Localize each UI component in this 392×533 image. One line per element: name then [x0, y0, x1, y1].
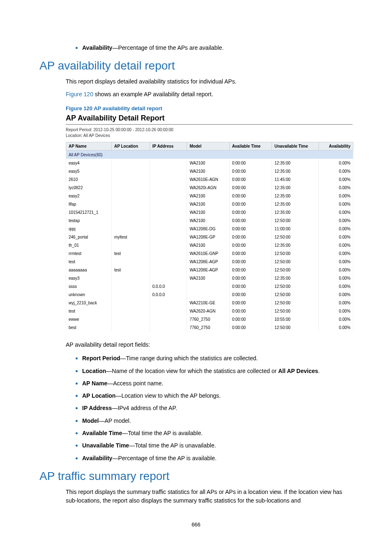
- cell-ip: [150, 225, 187, 233]
- cell-avail: 0:00:00: [229, 323, 272, 331]
- col-unavailable: Unavailable Time: [272, 142, 318, 151]
- cell-ip: 0.0.0.0: [150, 282, 187, 290]
- term: IP Address: [82, 405, 112, 411]
- list-item: Availability—Percentage of time the AP i…: [82, 453, 353, 462]
- cell-avail: 0:00:00: [229, 282, 272, 290]
- list-item: Report Period—Time range during which th…: [82, 353, 353, 362]
- page-number: 666: [39, 521, 353, 528]
- table-row: aaaaaaaatestWA1208E-AGP0:00:0012:50:000.…: [66, 266, 353, 274]
- cell-pct: 0.00%: [318, 266, 353, 274]
- cell-loc: [111, 257, 150, 266]
- cell-name: unknown: [66, 290, 112, 299]
- cell-pct: 0.00%: [318, 183, 353, 192]
- cell-pct: 0.00%: [318, 216, 353, 225]
- cell-loc: [111, 225, 150, 233]
- cell-pct: 0.00%: [318, 225, 353, 233]
- cell-pct: 0.00%: [318, 274, 353, 282]
- cell-model: WA2100: [187, 167, 229, 175]
- cell-unavail: 12:35:00: [272, 159, 318, 167]
- cell-unavail: 12:50:00: [272, 323, 318, 331]
- cell-loc: [111, 167, 150, 175]
- top-bullet-list: Availability—Percentage of time the APs …: [66, 43, 353, 52]
- table-row: qqqWA1208E-DG0:00:0011:00:000.00%: [66, 225, 353, 233]
- report-title: AP Availability Detail Report: [66, 114, 353, 125]
- cell-name: testap: [66, 216, 112, 225]
- figure-link[interactable]: Figure 120: [66, 91, 93, 97]
- cell-name: easy3: [66, 274, 112, 282]
- cell-loc: [111, 290, 150, 299]
- cell-name: 10154212721_1: [66, 208, 112, 216]
- cell-ip: [150, 208, 187, 216]
- cell-name: aaaaaaaa: [66, 266, 112, 274]
- cell-loc: test: [111, 266, 150, 274]
- cell-ip: [150, 192, 187, 200]
- cell-model: WA2620i-AGN: [187, 183, 229, 192]
- cell-loc: [111, 192, 150, 200]
- cell-pct: 0.00%: [318, 159, 353, 167]
- col-model: Model: [187, 142, 229, 151]
- body-content: Availability—Percentage of time the APs …: [66, 43, 353, 52]
- desc-bold: All AP Devices: [278, 368, 318, 374]
- table-row: ewwe7760_27500:00:0010:55:000.00%: [66, 315, 353, 323]
- desc: —Time range during which the statistics …: [120, 355, 258, 362]
- section2-body: This report displays the summary traffic…: [66, 488, 353, 505]
- table-row: easy4WA21000:00:0012:35:000.00%: [66, 159, 353, 167]
- section-heading-traffic: AP traffic summary report: [39, 470, 353, 483]
- desc: —IPv4 address of the AP.: [112, 405, 177, 411]
- cell-loc: [111, 208, 150, 216]
- desc: —AP model.: [99, 417, 131, 424]
- cell-avail: 0:00:00: [229, 315, 272, 323]
- cell-model: WA2620-AGN: [187, 307, 229, 315]
- col-ap-location: AP Location: [111, 142, 150, 151]
- table-row: easy3WA21000:00:0012:35:000.00%: [66, 274, 353, 282]
- cell-avail: 0:00:00: [229, 159, 272, 167]
- table-row: testWA1208E-AGP0:00:0012:50:000.00%: [66, 257, 353, 266]
- report-period: Report Period: 2012-10-25 00:00:00 - 201…: [66, 127, 353, 133]
- term: Available Time: [82, 430, 122, 436]
- list-item: AP Location—Location view to which the A…: [82, 391, 353, 400]
- list-item: Model—AP model.: [82, 416, 353, 425]
- cell-loc: [111, 200, 150, 208]
- cell-unavail: 10:55:00: [272, 315, 318, 323]
- cell-avail: 0:00:00: [229, 266, 272, 274]
- cell-pct: 0.00%: [318, 323, 353, 331]
- paragraph: Figure 120 shows an example AP availabil…: [66, 90, 353, 99]
- col-availability: Availability: [318, 142, 353, 151]
- table-row: llfapWA21000:00:0012:35:000.00%: [66, 200, 353, 208]
- term: AP Name: [82, 380, 107, 387]
- cell-ip: [150, 175, 187, 183]
- cell-model: WA2100: [187, 200, 229, 208]
- cell-model: 7760_2750: [187, 323, 229, 331]
- term: Unavailable Time: [82, 442, 129, 449]
- table-row: rrmtesttestWA2610E-GNP0:00:0012:50:000.0…: [66, 249, 353, 257]
- cell-unavail: 12:50:00: [272, 299, 318, 307]
- cell-name: wyj_2210_back: [66, 299, 112, 307]
- group-label: All AP Devices(60): [66, 151, 353, 159]
- cell-pct: 0.00%: [318, 200, 353, 208]
- cell-unavail: 11:00:00: [272, 225, 318, 233]
- cell-unavail: 12:50:00: [272, 282, 318, 290]
- term: Model: [82, 417, 99, 424]
- cell-loc: [111, 307, 150, 315]
- cell-name: rrmtest: [66, 249, 112, 257]
- cell-pct: 0.00%: [318, 241, 353, 249]
- cell-avail: 0:00:00: [229, 175, 272, 183]
- cell-loc: [111, 274, 150, 282]
- report-meta: Report Period: 2012-10-25 00:00:00 - 201…: [66, 127, 353, 139]
- cell-model: WA1208E-AGP: [187, 266, 229, 274]
- col-ap-name: AP Name: [66, 142, 112, 151]
- cell-avail: 0:00:00: [229, 216, 272, 225]
- cell-loc: [111, 175, 150, 183]
- cell-avail: 0:00:00: [229, 233, 272, 241]
- cell-name: th_01: [66, 241, 112, 249]
- section-heading-availability: AP availability detail report: [39, 59, 353, 72]
- table-row: ssss0.0.0.00:00:0012:50:000.00%: [66, 282, 353, 290]
- desc: —Name of the location view for which the…: [106, 368, 278, 374]
- desc: —Access point name.: [107, 380, 163, 387]
- cell-ip: [150, 216, 187, 225]
- cell-model: WA2100: [187, 241, 229, 249]
- col-available: Available Time: [229, 142, 272, 151]
- cell-model: WA2100: [187, 208, 229, 216]
- cell-unavail: 12:50:00: [272, 266, 318, 274]
- cell-ip: [150, 249, 187, 257]
